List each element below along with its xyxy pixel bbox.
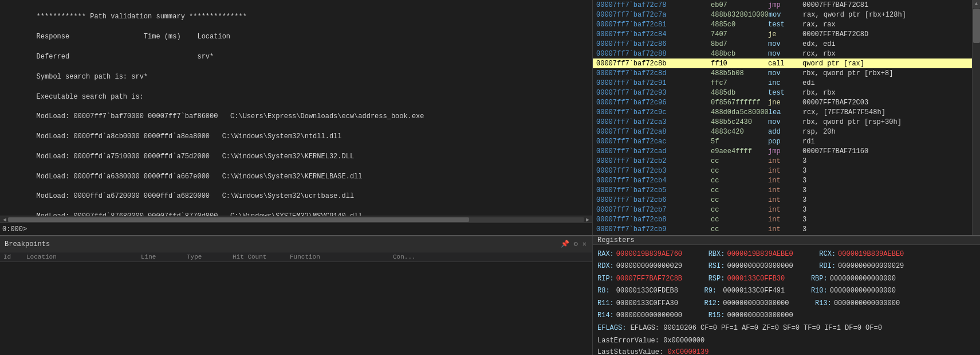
disasm-mnem: test xyxy=(768,89,802,97)
disasm-ops: 00007FF7BAF71160 xyxy=(802,147,868,155)
bp-col-condition: Con... xyxy=(393,253,589,260)
r9-label: R9: xyxy=(704,285,717,297)
disasm-row[interactable]: 00007ff7`baf72c9c488d0da5c80000learcx, [… xyxy=(593,107,972,117)
disasm-row[interactable]: 00007ff7`baf72c7a488b8328010000movrax, q… xyxy=(593,10,972,19)
disasm-row[interactable]: 00007ff7`baf72c91ffc7incedi xyxy=(593,78,972,88)
breakpoints-settings-btn[interactable]: ⚙ xyxy=(573,239,579,249)
disasm-mnem: test xyxy=(768,21,802,29)
disasm-row[interactable]: 00007ff7`baf72cac5fpoprdi xyxy=(593,136,972,146)
disasm-addr: 00007ff7`baf72c93 xyxy=(596,89,711,97)
disasm-bytes: ffc7 xyxy=(711,79,768,87)
scroll-right-btn[interactable]: ▶ xyxy=(584,216,591,223)
breakpoints-header: Breakpoints 📌 ⚙ ✕ xyxy=(0,236,592,252)
registers-title: Registers xyxy=(597,236,635,244)
rbx-value: 0000019B839AEBE0 xyxy=(727,248,793,260)
debug-line-5: Executable search path is: xyxy=(37,93,144,101)
last-status-label: LastStatusValue: xyxy=(597,348,667,355)
disasm-scroll-track[interactable] xyxy=(973,8,981,235)
disasm-ops: rcx, rbx xyxy=(802,50,836,58)
breakpoints-close-btn[interactable]: ✕ xyxy=(581,239,588,249)
disasm-addr: 00007ff7`baf72cb8 xyxy=(596,216,711,224)
disasm-row[interactable]: 00007ff7`baf72cb5ccint3 xyxy=(593,185,972,195)
command-input[interactable] xyxy=(28,225,143,233)
breakpoints-pin-btn[interactable]: 📌 xyxy=(560,239,570,249)
disasm-mnem: lea xyxy=(769,108,803,116)
disasm-row[interactable]: 00007ff7`baf72c8bff10callqword ptr [rax] xyxy=(593,58,972,68)
disasm-addr: 00007ff7`baf72c78 xyxy=(596,1,711,9)
scroll-left-btn[interactable]: ◀ xyxy=(1,216,8,223)
bp-col-function: Function xyxy=(290,253,393,260)
disasm-ops: 3 xyxy=(802,225,806,233)
disasm-mnem: int xyxy=(768,157,802,165)
disasm-mnem: je xyxy=(768,30,802,38)
disasm-addr: 00007ff7`baf72c8b xyxy=(596,60,711,68)
disasm-bytes: 0f8567ffffff xyxy=(711,99,768,107)
disasm-addr: 00007ff7`baf72c9c xyxy=(596,108,711,116)
disasm-row[interactable]: 00007ff7`baf72cade9aee4ffffjmp00007FF7BA… xyxy=(593,146,972,156)
scroll-thumb[interactable] xyxy=(8,217,469,222)
disasm-row[interactable]: 00007ff7`baf72cb4ccint3 xyxy=(593,175,972,185)
disasm-ops: qword ptr [rax] xyxy=(802,60,864,68)
bottom-section: Breakpoints 📌 ⚙ ✕ Id Location Line Type … xyxy=(0,235,980,355)
disasm-mnem: int xyxy=(768,225,802,233)
disasm-row[interactable]: 00007ff7`baf72ca84883c420addrsp, 20h xyxy=(593,127,972,136)
disasm-row[interactable]: 00007ff7`baf72c88488bcbmovrcx, rbx xyxy=(593,49,972,58)
disasm-row[interactable]: 00007ff7`baf72c814885c0testrax, rax xyxy=(593,19,972,29)
rbp-label: RBP: xyxy=(811,273,828,284)
disasm-row[interactable]: 00007ff7`baf72c8d488b5b08movrbx, qword p… xyxy=(593,68,972,78)
disasm-bytes: ff10 xyxy=(711,60,768,68)
last-error-value: 0x00000000 xyxy=(663,337,705,345)
r8-label: R8: xyxy=(597,285,610,297)
last-error-label: LastErrorValue: xyxy=(597,337,663,345)
disasm-mnem: mov xyxy=(768,118,802,126)
main-container: ************ Path validation summary ***… xyxy=(0,0,980,355)
disasm-mnem: int xyxy=(768,167,802,175)
disasm-bytes: cc xyxy=(711,216,768,224)
disasm-row[interactable]: 00007ff7`baf72c960f8567ffffffjne00007FF7… xyxy=(593,97,972,107)
disasm-mnem: mov xyxy=(768,69,802,77)
disasm-addr: 00007ff7`baf72cb5 xyxy=(596,186,711,194)
disasm-row[interactable]: 00007ff7`baf72cb8ccint3 xyxy=(593,214,972,224)
disasm-row[interactable]: 00007ff7`baf72cb9ccint3 xyxy=(593,224,972,234)
disasm-bytes: cc xyxy=(711,206,768,214)
r12-label: R12: xyxy=(704,298,721,309)
disasm-mnem: int xyxy=(768,206,802,214)
disasm-bytes: 488b5c2430 xyxy=(711,118,768,126)
disasm-row[interactable]: 00007ff7`baf72cb6ccint3 xyxy=(593,195,972,205)
disasm-row[interactable]: 00007ff7`baf72c847407je00007FF7BAF72C8D xyxy=(593,29,972,39)
rax-value: 0000019B839AE760 xyxy=(616,248,682,260)
disasm-bytes: e9aee4ffff xyxy=(711,147,768,155)
debug-line-9: ModLoad: 0000ffd`a6380000 0000ffd`a667e0… xyxy=(37,173,363,181)
horizontal-scrollbar[interactable]: ◀ ▶ xyxy=(0,216,592,223)
top-section: ************ Path validation summary ***… xyxy=(0,0,980,235)
disasm-scroll-up[interactable]: ▲ xyxy=(973,0,981,8)
disasm-row[interactable]: 00007ff7`baf72cb7ccint3 xyxy=(593,205,972,214)
disasm-scrollbar[interactable]: ▲ ▼ xyxy=(972,0,980,235)
disasm-scroll-thumb[interactable] xyxy=(973,9,980,43)
disasm-bytes: 4885c0 xyxy=(711,21,768,29)
disasm-row[interactable]: 00007ff7`baf72c934885dbtestrbx, rbx xyxy=(593,88,972,97)
disasm-row[interactable]: 00007ff7`baf72cb2ccint3 xyxy=(593,156,972,166)
disasm-ops: rsp, 20h xyxy=(802,128,836,136)
scroll-track[interactable] xyxy=(8,217,584,222)
disasm-ops: 00007FF7BAF72C81 xyxy=(802,1,868,9)
r10-value: 0000000000000000 xyxy=(830,285,896,297)
disasm-row[interactable]: 00007ff7`baf72c78eb07jmp00007FF7BAF72C81 xyxy=(593,0,972,10)
rax-label: RAX: xyxy=(597,248,614,260)
r14-value: 0000000000000000 xyxy=(616,310,682,321)
disasm-bytes: 488b5b08 xyxy=(711,69,768,77)
disasm-bytes: 8bd7 xyxy=(711,40,768,48)
disasm-row[interactable]: 00007ff7`baf72c868bd7movedx, edi xyxy=(593,39,972,49)
disasm-addr: 00007ff7`baf72c8d xyxy=(596,69,711,77)
disasm-ops: edi xyxy=(802,79,815,87)
r11-label: R11: xyxy=(597,298,614,309)
last-status-line: LastStatusValue: 0xC0000139 xyxy=(597,346,975,355)
reg-line-3: RIP: 00007FF7BAF72C8B RSP: 0000133C0FFB3… xyxy=(597,273,975,284)
disasm-bytes: cc xyxy=(711,157,768,165)
disasm-inner: 00007ff7`baf72c78eb07jmp00007FF7BAF72C81… xyxy=(593,0,980,235)
disasm-row[interactable]: 00007ff7`baf72ca3488b5c2430movrbx, qword… xyxy=(593,117,972,127)
disasm-mnem: int xyxy=(768,177,802,185)
disasm-ops: 00007FF7BAF72C8D xyxy=(802,30,868,38)
disasm-mnem: int xyxy=(768,196,802,204)
disasm-row[interactable]: 00007ff7`baf72cb3ccint3 xyxy=(593,166,972,175)
